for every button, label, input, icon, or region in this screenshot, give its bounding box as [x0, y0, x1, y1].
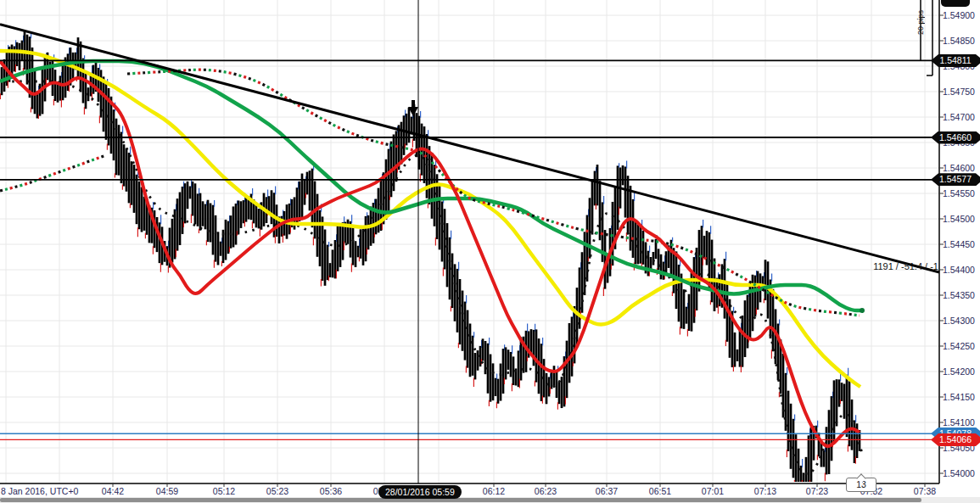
price-axis-label: 1.54500 [943, 214, 975, 224]
bar-countdown-bubble: 13 [846, 478, 876, 492]
price-axis-label: 1.54600 [943, 163, 975, 173]
price-axis-label: 1.54000 [943, 468, 975, 478]
time-axis-label: 07:23 [806, 486, 828, 496]
time-axis-label: 06:37 [596, 486, 618, 496]
horizontal-level-lines[interactable] [0, 60, 939, 179]
pips-bracket-label: 20 pips [916, 10, 925, 35]
time-axis-label: 07:13 [754, 486, 776, 496]
price-bars-series [0, 31, 860, 482]
level-price-label: 1.54577 [931, 173, 980, 186]
time-axis-label: 06:51 [649, 486, 671, 496]
price-axis-label: 1.54350 [943, 290, 975, 300]
trendline-info-label: 1191 / -51.4 / -1 [764, 261, 938, 271]
price-axis-label: 1.54550 [943, 188, 975, 198]
price-axis-label: 1.54750 [943, 87, 975, 97]
axis-frame [0, 0, 944, 487]
price-axis-label: 1.54850 [943, 36, 975, 46]
level-price-label: 1.54660 [931, 131, 980, 144]
time-axis-label: 04:42 [102, 486, 124, 496]
gridlines [0, 0, 939, 483]
price-axis-label: 1.54450 [943, 239, 975, 249]
price-axis-label: 1.54400 [943, 265, 975, 275]
crosshair-time-label: 28/01/2016 05:59 [378, 485, 462, 499]
trading-chart-window: 20 pips 1191 / -51.4 / -1 8 Jan 2016, UT… [0, 0, 980, 503]
time-axis-label: 05:12 [213, 486, 235, 496]
time-axis-label: 05:23 [266, 486, 288, 496]
current-price-lines [0, 433, 939, 439]
price-axis-label: 1.54300 [943, 316, 975, 326]
price-axis-label: 1.54250 [943, 341, 975, 351]
time-axis-label: 06:12 [483, 486, 505, 496]
date-utc-label: 8 Jan 2016, UTC+0 [1, 486, 78, 496]
dotted-black-series [4, 81, 862, 473]
time-axis-label: 07:38 [914, 486, 936, 496]
horizontal-scrollbar-thumb[interactable] [0, 498, 921, 502]
price-axis-label: 1.54150 [943, 392, 975, 402]
last-price-label: 1.54066 [931, 433, 980, 446]
time-axis-label: 04:59 [156, 486, 178, 496]
time-axis-label: 05:36 [320, 486, 342, 496]
trend-line[interactable] [0, 25, 939, 272]
price-axis-label: 1.54100 [943, 417, 975, 428]
corner-label-clipped [941, 0, 970, 7]
price-axis-label: 1.54700 [943, 112, 975, 122]
price-axis-label: 1.54200 [943, 366, 975, 377]
price-axis-label: 1.54900 [943, 10, 975, 20]
chart-canvas[interactable] [0, 0, 980, 503]
time-axis-label: 07:01 [702, 486, 724, 496]
ma-fast-red-series [0, 61, 860, 446]
time-axis-label: 06:23 [535, 486, 557, 496]
level-price-label: 1.54811 [931, 54, 980, 67]
